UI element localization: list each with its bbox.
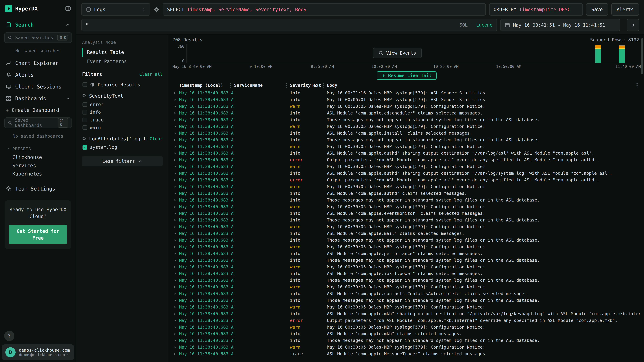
- table-row[interactable]: > May 16 11:38:40.683 AM warn May 16 00:…: [172, 203, 641, 210]
- column-header-body[interactable]: Body: [327, 83, 641, 88]
- search-query-input[interactable]: * SQL | Lucene: [81, 19, 497, 31]
- facet-option-system-log[interactable]: system.log: [82, 143, 162, 151]
- table-row[interactable]: > May 16 11:38:40.683 AM info ASL Module…: [172, 110, 641, 116]
- table-row[interactable]: > May 16 11:38:40.683 AM info May 16 00:…: [172, 89, 641, 96]
- row-expand-chevron[interactable]: >: [172, 191, 179, 195]
- table-row[interactable]: > May 16 11:38:40.683 AM warn May 16 00:…: [172, 123, 641, 130]
- table-row[interactable]: > May 16 11:38:40.683 AM warn May 16 00:…: [172, 284, 641, 290]
- row-expand-chevron[interactable]: >: [172, 318, 179, 323]
- table-row[interactable]: > May 16 11:38:40.683 AM info Those mess…: [172, 297, 641, 304]
- row-expand-chevron[interactable]: >: [172, 271, 179, 276]
- table-row[interactable]: > May 16 11:38:40.683 AM warn May 16 00:…: [172, 163, 641, 170]
- facet-option-trace[interactable]: trace: [82, 116, 162, 124]
- row-expand-chevron[interactable]: >: [172, 104, 179, 108]
- alerts-button[interactable]: Alerts: [612, 3, 639, 15]
- table-row[interactable]: > May 16 11:38:40.683 AM info Those mess…: [172, 217, 641, 223]
- sql-select-input[interactable]: SELECT Timestamp, ServiceName, SeverityT…: [162, 3, 486, 15]
- create-dashboard-button[interactable]: + Create Dashboard: [0, 104, 76, 116]
- table-row[interactable]: > May 16 11:38:40.683 AM info Those mess…: [172, 337, 641, 344]
- resume-live-tail-button[interactable]: Resume Live Tail: [376, 71, 436, 80]
- row-expand-chevron[interactable]: >: [172, 225, 179, 229]
- saved-dashboards-input[interactable]: Saved Dashboards ⌘ K: [4, 117, 72, 128]
- row-expand-chevron[interactable]: >: [172, 171, 179, 175]
- checkbox-trace[interactable]: [82, 118, 87, 122]
- table-row[interactable]: > May 16 11:38:40.683 AM warn May 16 00:…: [172, 304, 641, 310]
- row-expand-chevron[interactable]: >: [172, 151, 179, 155]
- table-row[interactable]: > May 16 11:38:40.683 AM info ASL Module…: [172, 250, 641, 257]
- sidebar-collapse-icon[interactable]: [65, 5, 71, 12]
- table-row[interactable]: > May 16 11:38:40.683 AM warn May 16 00:…: [172, 143, 641, 150]
- row-expand-chevron[interactable]: >: [172, 332, 179, 336]
- table-row[interactable]: > May 16 11:38:40.683 AM info ASL Module…: [172, 210, 641, 217]
- table-row[interactable]: > May 16 11:38:40.683 AM error Output pa…: [172, 156, 641, 163]
- table-row[interactable]: > May 16 11:38:40.683 AM info ASL Module…: [172, 331, 641, 337]
- preset-clickhouse[interactable]: Clickhouse: [0, 153, 76, 161]
- mode-results-table[interactable]: Results Table: [82, 48, 162, 56]
- checkbox-warn[interactable]: [82, 125, 87, 130]
- table-row[interactable]: > May 16 11:38:40.683 AM info Those mess…: [172, 136, 641, 143]
- denoise-results-option[interactable]: Denoise Results: [82, 81, 162, 89]
- row-expand-chevron[interactable]: >: [172, 138, 179, 142]
- column-header-timestamp[interactable]: Timestamp (Local): [179, 83, 234, 88]
- row-expand-chevron[interactable]: >: [172, 258, 179, 262]
- sidebar-item-chart-explorer[interactable]: Chart Explorer: [0, 57, 76, 69]
- source-settings-gear-icon[interactable]: [154, 3, 160, 15]
- table-row[interactable]: > May 16 11:38:40.683 AM error Output pa…: [172, 317, 641, 324]
- sidebar-item-alerts[interactable]: Alerts: [0, 69, 76, 81]
- table-row[interactable]: > May 16 11:38:40.683 AM info ASL Module…: [172, 270, 641, 277]
- row-expand-chevron[interactable]: >: [172, 131, 179, 135]
- table-row[interactable]: > May 16 11:38:40.683 AM info Those mess…: [172, 257, 641, 264]
- row-expand-chevron[interactable]: >: [172, 158, 179, 162]
- row-expand-chevron[interactable]: >: [172, 211, 179, 215]
- row-expand-chevron[interactable]: >: [172, 205, 179, 209]
- row-expand-chevron[interactable]: >: [172, 97, 179, 102]
- row-expand-chevron[interactable]: >: [172, 265, 179, 269]
- row-expand-chevron[interactable]: >: [172, 144, 179, 149]
- row-expand-chevron[interactable]: >: [172, 111, 179, 115]
- checkbox-system-log[interactable]: [82, 145, 87, 150]
- table-row[interactable]: > May 16 11:38:40.683 AM info ASL Module…: [172, 150, 641, 157]
- table-row[interactable]: > May 16 11:38:40.683 AM warn May 16 00:…: [172, 264, 641, 270]
- facet-option-error[interactable]: error: [82, 101, 162, 108]
- row-expand-chevron[interactable]: >: [172, 298, 179, 303]
- table-row[interactable]: > May 16 11:38:40.683 AM info ASL Module…: [172, 310, 641, 317]
- order-by-input[interactable]: ORDER BY TimestampTime DESC: [489, 3, 583, 15]
- table-row[interactable]: > May 16 11:38:40.683 AM warn May 16 00:…: [172, 244, 641, 250]
- row-expand-chevron[interactable]: >: [172, 91, 179, 95]
- row-expand-chevron[interactable]: >: [172, 345, 179, 349]
- language-sql-option[interactable]: SQL: [460, 22, 468, 28]
- table-menu-kebab-icon[interactable]: [636, 83, 638, 88]
- presets-toggle[interactable]: PRESETS: [0, 142, 76, 153]
- language-lucene-option[interactable]: Lucene: [476, 22, 492, 28]
- sidebar-item-search[interactable]: Search: [0, 19, 76, 31]
- row-expand-chevron[interactable]: >: [172, 164, 179, 169]
- saved-searches-input[interactable]: Saved Searches ⌘ K: [4, 32, 72, 43]
- row-expand-chevron[interactable]: >: [172, 305, 179, 309]
- less-filters-button[interactable]: Less filters: [82, 156, 162, 166]
- table-row[interactable]: > May 16 11:38:40.683 AM info ASL Module…: [172, 230, 641, 237]
- run-query-button[interactable]: [627, 19, 639, 31]
- source-select[interactable]: Logs: [81, 3, 150, 15]
- checkbox-error[interactable]: [82, 102, 87, 107]
- row-expand-chevron[interactable]: >: [172, 352, 179, 356]
- row-expand-chevron[interactable]: >: [172, 285, 179, 289]
- row-expand-chevron[interactable]: >: [172, 245, 179, 249]
- row-expand-chevron[interactable]: >: [172, 198, 179, 202]
- row-expand-chevron[interactable]: >: [172, 178, 179, 182]
- facet-option-info[interactable]: info: [82, 108, 162, 116]
- help-button[interactable]: ?: [4, 331, 14, 341]
- row-expand-chevron[interactable]: >: [172, 251, 179, 256]
- events-histogram[interactable]: 360 0 May 16 8:40:00 AM9:10:00 AM9:35:00…: [172, 44, 641, 69]
- row-expand-chevron[interactable]: >: [172, 312, 179, 316]
- save-button[interactable]: Save: [586, 3, 608, 15]
- row-expand-chevron[interactable]: >: [172, 124, 179, 129]
- view-events-button[interactable]: View Events: [372, 48, 422, 58]
- user-menu[interactable]: D demos@clickhouse.com demos@clickhouse.…: [2, 344, 74, 360]
- column-header-servicename[interactable]: ServiceName: [234, 83, 290, 88]
- table-row[interactable]: > May 16 11:38:40.683 AM info Those mess…: [172, 116, 641, 123]
- row-expand-chevron[interactable]: >: [172, 292, 179, 296]
- table-row[interactable]: > May 16 11:38:40.683 AM info Those mess…: [172, 237, 641, 244]
- sidebar-item-client-sessions[interactable]: Client Sessions: [0, 81, 76, 92]
- denoise-checkbox[interactable]: [82, 82, 87, 87]
- column-header-severitytext[interactable]: SeverityText: [290, 83, 327, 88]
